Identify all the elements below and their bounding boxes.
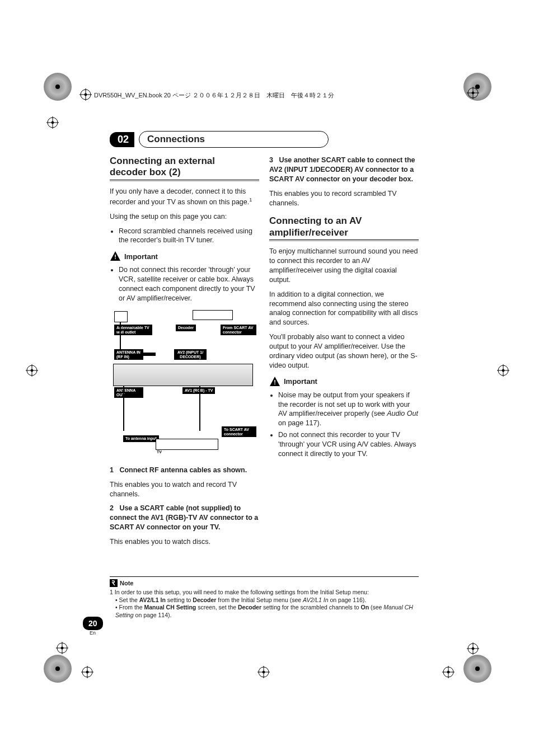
registration-mark-icon bbox=[257, 666, 270, 678]
list-item: Do not connect this recorder 'through' y… bbox=[119, 265, 259, 303]
registration-mark-icon bbox=[467, 87, 479, 99]
left-column: Connecting an external decoder box (2) I… bbox=[110, 156, 259, 552]
important-icon: ! bbox=[269, 376, 280, 387]
registration-mark-icon bbox=[442, 666, 455, 678]
registration-mark-icon bbox=[26, 364, 38, 377]
body-text: To enjoy multichannel surround sound you… bbox=[269, 247, 419, 285]
corner-ornament bbox=[44, 73, 72, 101]
book-filename: DVR550H_WV_EN.book 20 ページ ２００６年１２月２８日 木曜… bbox=[94, 91, 334, 100]
section-heading: Connecting an external decoder box (2) bbox=[110, 156, 259, 179]
corner-ornament bbox=[463, 655, 491, 683]
important-icon: ! bbox=[110, 251, 121, 262]
note-icon bbox=[110, 579, 118, 587]
registration-mark-icon bbox=[81, 666, 93, 678]
registration-mark-icon bbox=[56, 642, 68, 654]
bullet-list: Do not connect this recorder 'through' y… bbox=[110, 265, 259, 303]
important-callout: ! Important bbox=[110, 251, 259, 262]
page-number-badge: 20 bbox=[83, 617, 103, 630]
important-callout: ! Important bbox=[269, 376, 419, 387]
list-item: Record scrambled channels received using… bbox=[119, 227, 259, 246]
note-rule bbox=[110, 576, 419, 577]
step-1: 1 Connect RF antenna cables as shown. bbox=[110, 466, 259, 475]
registration-mark-icon bbox=[467, 642, 479, 655]
step-3: 3 Use another SCART cable to connect the… bbox=[269, 156, 419, 184]
chapter-header: 02 Connections bbox=[110, 131, 419, 148]
important-label: Important bbox=[284, 377, 317, 386]
important-label: Important bbox=[124, 252, 158, 261]
body-text: Using the setup on this page you can: bbox=[110, 212, 259, 222]
print-header: DVR550H_WV_EN.book 20 ページ ２００６年１２月２８日 木曜… bbox=[79, 91, 334, 100]
body-text: This enables you to record scrambled TV … bbox=[269, 189, 419, 208]
svg-point-35 bbox=[447, 671, 449, 673]
body-text: In addition to a digital connection, we … bbox=[269, 290, 419, 328]
heading-rule bbox=[110, 180, 259, 181]
section-heading: Connecting to an AV amplifier/receiver bbox=[269, 215, 419, 238]
registration-mark-icon bbox=[497, 364, 509, 377]
note-label: Note bbox=[120, 580, 133, 586]
svg-point-15 bbox=[31, 369, 33, 372]
svg-text:!: ! bbox=[274, 379, 276, 386]
svg-point-31 bbox=[263, 671, 265, 673]
bullet-list: Noise may be output from your speakers i… bbox=[269, 391, 419, 459]
registration-mark-icon bbox=[46, 116, 59, 129]
svg-rect-44 bbox=[110, 579, 118, 587]
footnote-section: Note 1 In order to use this setup, you w… bbox=[110, 576, 419, 619]
svg-point-23 bbox=[61, 647, 63, 649]
svg-point-3 bbox=[51, 121, 54, 124]
svg-point-27 bbox=[86, 671, 88, 673]
chapter-title: Connections bbox=[139, 131, 329, 148]
right-column: 3 Use another SCART cable to connect the… bbox=[269, 156, 419, 552]
svg-point-39 bbox=[472, 647, 474, 650]
bullet-list: Record scrambled channels received using… bbox=[110, 227, 259, 246]
step-2: 2 Use a SCART cable (not supplied) to co… bbox=[110, 504, 259, 532]
svg-point-11 bbox=[472, 92, 474, 94]
corner-ornament bbox=[44, 655, 72, 683]
svg-text:!: ! bbox=[114, 253, 116, 260]
list-item: Noise may be output from your speakers i… bbox=[278, 391, 419, 429]
body-text: If you only have a decoder, connect it t… bbox=[110, 187, 259, 207]
note-body: 1 In order to use this setup, you will n… bbox=[110, 589, 419, 619]
body-text: You'll probably also want to connect a v… bbox=[269, 332, 419, 370]
svg-point-19 bbox=[502, 369, 504, 372]
list-item: Do not connect this recorder to your TV … bbox=[278, 430, 419, 459]
page-lang: En bbox=[90, 630, 96, 636]
body-text: This enables you to watch and record TV … bbox=[110, 480, 259, 499]
connection-diagram: Antenna/cable TV wall outlet Decoder Fro… bbox=[110, 309, 255, 460]
body-text: This enables you to watch discs. bbox=[110, 537, 259, 547]
chapter-number-badge: 02 bbox=[110, 132, 134, 147]
heading-rule bbox=[269, 240, 419, 241]
